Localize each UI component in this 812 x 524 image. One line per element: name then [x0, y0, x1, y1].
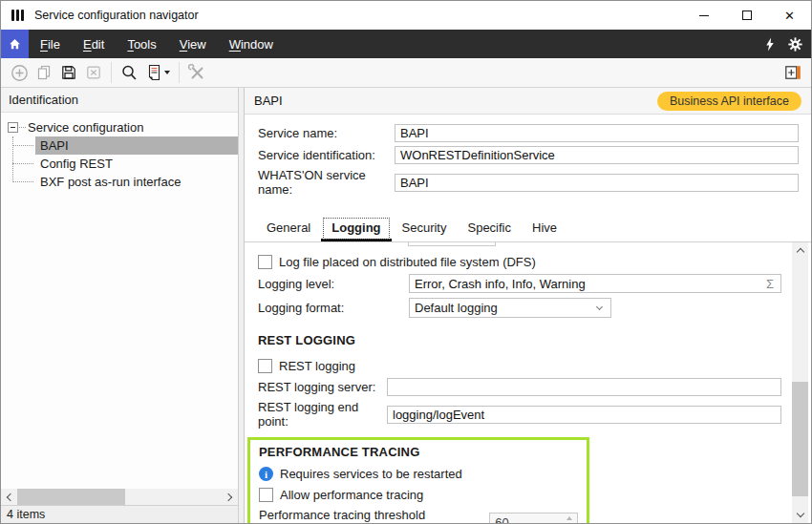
dropdown-caret-icon — [164, 71, 170, 74]
chevron-down-icon — [588, 304, 610, 312]
minimize-button[interactable] — [682, 1, 725, 30]
rest-logging-checkbox-label: REST logging — [279, 359, 355, 373]
save-button[interactable] — [56, 60, 81, 85]
toolbar-separator — [179, 62, 180, 83]
scroll-left-arrow[interactable] — [1, 489, 17, 505]
vertical-scroll-track[interactable] — [792, 259, 808, 507]
rest-logging-server-input[interactable] — [387, 378, 781, 396]
logging-level-label: Logging level: — [258, 277, 409, 291]
maximize-button[interactable] — [725, 1, 768, 30]
scroll-up-arrow[interactable] — [792, 242, 808, 259]
maximize-icon — [742, 10, 752, 20]
items-count: 4 items — [7, 508, 45, 521]
app-logo-icon — [10, 8, 26, 24]
delete-icon — [85, 64, 102, 81]
chevron-left-icon — [7, 493, 14, 500]
service-name-row: Service name: — [258, 124, 799, 142]
service-identification-label: Service identification: — [258, 148, 395, 162]
service-identification-input[interactable] — [395, 146, 799, 164]
tree-item-bxf-post-as-run-interface[interactable]: BXF post as-run interface — [35, 173, 238, 191]
scroll-right-arrow[interactable] — [222, 489, 238, 505]
crossed-tools-icon — [188, 64, 206, 82]
detail-panel: BAPI Business API interface Service name… — [245, 88, 811, 523]
horizontal-scrollbar[interactable] — [1, 489, 238, 505]
threshold-row: Performance tracing threshold (seconds):… — [259, 508, 578, 523]
spinner-up-button[interactable] — [566, 516, 572, 520]
dfs-checkbox-label: Log file placed on distributed file syst… — [279, 255, 536, 269]
allow-performance-tracing-label: Allow performance tracing — [280, 488, 423, 502]
logging-level-input[interactable] — [410, 276, 759, 291]
logging-level-field: Σ — [409, 274, 781, 293]
identification-panel-header: Identification — [1, 88, 238, 113]
tree-connector-line — [12, 136, 13, 182]
dfs-checkbox-row: Log file placed on distributed file syst… — [258, 253, 811, 270]
horizontal-scroll-thumb[interactable] — [17, 489, 125, 505]
app-window: Service configuration navigator ✕ File E… — [0, 0, 812, 524]
report-button[interactable] — [141, 60, 174, 85]
logging-format-select[interactable]: Default logging — [409, 298, 611, 318]
tree-root-service-configuration[interactable]: Service configuration — [1, 118, 238, 136]
tree-root-label: Service configuration — [28, 120, 143, 135]
home-button[interactable] — [1, 30, 29, 58]
report-icon — [146, 64, 161, 81]
performance-tracing-highlight-box: PERFORMANCE TRACING i Requires services … — [247, 437, 589, 523]
search-button[interactable] — [117, 60, 141, 85]
copy-button[interactable] — [32, 60, 56, 85]
tab-hive[interactable]: Hive — [522, 216, 567, 241]
tree-item-label: BAPI — [40, 138, 69, 153]
tab-general[interactable]: General — [256, 216, 321, 241]
menu-item-view[interactable]: View — [168, 30, 218, 58]
tab-specific[interactable]: Specific — [457, 216, 522, 241]
allow-performance-tracing-checkbox[interactable] — [259, 488, 273, 502]
settings-button[interactable] — [782, 30, 807, 58]
vertical-scrollbar[interactable] — [792, 242, 808, 523]
window-title: Service configuration navigator — [34, 9, 199, 22]
performance-tracing-header: PERFORMANCE TRACING — [259, 445, 578, 459]
tab-security[interactable]: Security — [392, 216, 458, 241]
rest-logging-section-header: REST LOGGING — [258, 333, 811, 347]
tree-item-bapi[interactable]: BAPI — [35, 136, 238, 155]
close-icon: ✕ — [784, 10, 795, 22]
horizontal-scroll-track[interactable] — [17, 489, 222, 505]
service-form: Service name: Service identification: WH… — [245, 115, 811, 200]
copy-icon — [35, 64, 53, 81]
menu-item-file[interactable]: File — [29, 30, 72, 58]
menu-item-tools[interactable]: Tools — [116, 30, 167, 58]
tab-logging[interactable]: Logging — [321, 216, 391, 241]
title-bar: Service configuration navigator ✕ — [1, 1, 811, 30]
collapse-expander-icon[interactable] — [8, 122, 18, 133]
close-button[interactable]: ✕ — [768, 1, 811, 30]
logging-format-row: Logging format: Default logging — [258, 298, 811, 318]
service-config-tree: Service configuration BAPI Config REST B… — [1, 113, 238, 489]
menu-item-window[interactable]: Window — [218, 30, 285, 58]
status-bar: 4 items — [1, 505, 238, 523]
detail-header: BAPI Business API interface — [245, 88, 811, 115]
sigma-picker-button[interactable]: Σ — [759, 277, 780, 291]
rest-logging-endpoint-row: REST logging end point: — [258, 400, 811, 429]
tools-button[interactable] — [184, 60, 209, 85]
scroll-down-arrow[interactable] — [792, 507, 808, 523]
main-area: Identification Service configuration BAP… — [1, 88, 811, 523]
rest-logging-checkbox[interactable] — [258, 359, 272, 373]
save-icon — [60, 64, 77, 81]
toolbar — [1, 58, 811, 88]
menu-item-edit[interactable]: Edit — [72, 30, 116, 58]
tree-item-config-rest[interactable]: Config REST — [35, 155, 238, 173]
restart-info-row: i Requires services to be restarted — [259, 467, 578, 481]
service-name-input[interactable] — [395, 124, 799, 142]
chevron-up-icon — [796, 248, 803, 256]
plus-circle-icon — [11, 64, 29, 82]
threshold-spinner[interactable]: 60 — [489, 513, 578, 523]
tree-item-label: BXF post as-run interface — [40, 175, 181, 189]
quick-actions-button[interactable] — [758, 30, 782, 58]
delete-button[interactable] — [81, 60, 106, 85]
dfs-checkbox[interactable] — [258, 255, 272, 269]
vertical-scroll-thumb[interactable] — [792, 382, 808, 496]
service-identification-row: Service identification: — [258, 146, 799, 164]
rest-logging-endpoint-input[interactable] — [387, 406, 781, 424]
whatson-service-name-input[interactable] — [395, 174, 799, 192]
identification-panel-title: Identification — [9, 93, 78, 107]
add-panel-button[interactable] — [780, 60, 805, 85]
add-button[interactable] — [7, 60, 32, 85]
gear-icon — [788, 37, 802, 52]
